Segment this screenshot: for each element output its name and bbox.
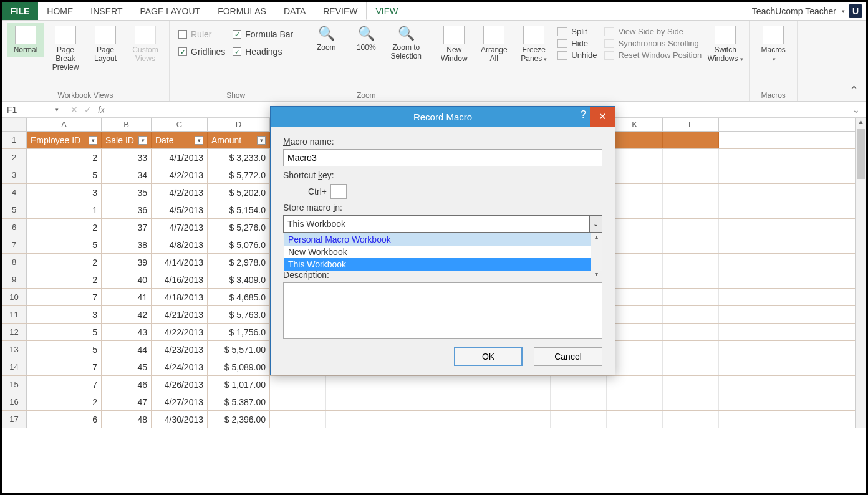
- cell[interactable]: 4/26/2013: [152, 376, 208, 393]
- custom-views-button[interactable]: Custom Views: [127, 23, 164, 65]
- cell[interactable]: $ 5,763.0: [208, 306, 270, 323]
- cell[interactable]: [270, 393, 326, 410]
- cell[interactable]: 4/16/2013: [152, 271, 208, 288]
- cell[interactable]: [438, 393, 494, 410]
- cell[interactable]: 4/18/2013: [152, 289, 208, 305]
- row-header[interactable]: 5: [2, 201, 27, 218]
- normal-view-button[interactable]: Normal: [7, 23, 44, 57]
- cell[interactable]: $ 4,685.0: [208, 289, 270, 305]
- hide-button[interactable]: Hide: [557, 39, 597, 48]
- cell[interactable]: [607, 411, 663, 428]
- description-input[interactable]: [283, 282, 602, 339]
- cell[interactable]: [494, 411, 551, 428]
- row-header[interactable]: 10: [2, 289, 27, 305]
- cell[interactable]: 36: [102, 201, 152, 218]
- cell[interactable]: [663, 393, 719, 410]
- cell[interactable]: 7: [27, 358, 102, 375]
- zoom-button[interactable]: 🔍Zoom: [307, 23, 345, 54]
- zoom-100-button[interactable]: 🔍100%: [347, 23, 385, 54]
- header-sale-id[interactable]: Sale ID▾: [102, 132, 152, 148]
- cell[interactable]: 4/14/2013: [152, 254, 208, 271]
- cell[interactable]: [270, 411, 326, 428]
- cell[interactable]: $ 2,396.00: [208, 411, 270, 428]
- cell[interactable]: 38: [102, 236, 152, 253]
- vertical-scrollbar[interactable]: ▲: [855, 118, 866, 428]
- cell[interactable]: 4/8/2013: [152, 236, 208, 253]
- row-header[interactable]: 4: [2, 184, 27, 201]
- cell[interactable]: 5: [27, 341, 102, 358]
- cell[interactable]: $ 1,017.00: [208, 376, 270, 393]
- cell[interactable]: $ 5,154.0: [208, 201, 270, 218]
- cancel-icon[interactable]: ✕: [70, 105, 78, 115]
- cancel-button[interactable]: Cancel: [534, 347, 602, 366]
- cell[interactable]: 5: [27, 236, 102, 253]
- cell[interactable]: $ 5,772.0: [208, 166, 270, 183]
- cell[interactable]: 7: [27, 376, 102, 393]
- filter-dropdown-icon[interactable]: ▾: [89, 136, 97, 145]
- headings-checkbox[interactable]: ✓Headings: [233, 47, 293, 57]
- column-header-A[interactable]: A: [27, 118, 102, 131]
- ok-button[interactable]: OK: [454, 347, 523, 366]
- select-all-corner[interactable]: [2, 118, 27, 131]
- cell[interactable]: 4/22/2013: [152, 324, 208, 340]
- cell[interactable]: [663, 166, 719, 183]
- cell[interactable]: [551, 393, 607, 410]
- cell[interactable]: [326, 393, 382, 410]
- switch-windows-button[interactable]: Switch Windows▾: [706, 23, 744, 65]
- expand-formula-bar-button[interactable]: ⌄: [846, 105, 866, 115]
- cell[interactable]: $ 5,571.00: [208, 341, 270, 358]
- cell[interactable]: [663, 341, 719, 358]
- cell[interactable]: $ 5,276.0: [208, 219, 270, 236]
- cell[interactable]: [494, 393, 551, 410]
- name-box[interactable]: F1▾: [2, 105, 64, 115]
- cell[interactable]: [270, 376, 326, 393]
- shortcut-key-input[interactable]: [330, 184, 347, 199]
- fx-icon[interactable]: fx: [98, 105, 105, 115]
- cell[interactable]: [663, 254, 719, 271]
- cell[interactable]: 33: [102, 149, 152, 166]
- row-header[interactable]: 1: [2, 132, 27, 148]
- cell[interactable]: 4/1/2013: [152, 149, 208, 166]
- row-header[interactable]: 13: [2, 341, 27, 358]
- cell[interactable]: 40: [102, 271, 152, 288]
- row-header[interactable]: 3: [2, 166, 27, 183]
- formula-bar-checkbox[interactable]: ✓Formula Bar: [233, 29, 293, 39]
- scroll-thumb[interactable]: [857, 129, 865, 179]
- cell[interactable]: 7: [27, 289, 102, 305]
- column-header-D[interactable]: D: [208, 118, 270, 131]
- cell[interactable]: [326, 376, 382, 393]
- option-personal-macro-workbook[interactable]: Personal Macro Workbook: [284, 233, 602, 246]
- cell[interactable]: [663, 219, 719, 236]
- row-header[interactable]: 15: [2, 376, 27, 393]
- cell[interactable]: 4/21/2013: [152, 306, 208, 323]
- cell[interactable]: 2: [27, 254, 102, 271]
- tab-home[interactable]: HOME: [38, 2, 82, 20]
- cell[interactable]: [663, 324, 719, 340]
- row-header[interactable]: 8: [2, 254, 27, 271]
- cell[interactable]: [382, 411, 438, 428]
- new-window-button[interactable]: New Window: [435, 23, 473, 65]
- split-button[interactable]: Split: [557, 27, 597, 36]
- cell[interactable]: [663, 411, 719, 428]
- gridlines-checkbox[interactable]: ✓Gridlines: [178, 47, 225, 57]
- cell[interactable]: $ 1,756.0: [208, 324, 270, 340]
- cell[interactable]: [663, 376, 719, 393]
- header-employee-id[interactable]: Employee ID▾: [27, 132, 102, 148]
- zoom-to-selection-button[interactable]: 🔍Zoom to Selection: [387, 23, 425, 63]
- row-header[interactable]: 9: [2, 271, 27, 288]
- cell[interactable]: [551, 376, 607, 393]
- arrange-all-button[interactable]: Arrange All: [475, 23, 513, 65]
- cell[interactable]: [494, 376, 551, 393]
- cell[interactable]: [663, 271, 719, 288]
- tab-data[interactable]: DATA: [275, 2, 314, 20]
- column-header-B[interactable]: B: [102, 118, 152, 131]
- cell[interactable]: 2: [27, 393, 102, 410]
- cell[interactable]: 37: [102, 219, 152, 236]
- cell[interactable]: [607, 393, 663, 410]
- cell[interactable]: [663, 236, 719, 253]
- row-header[interactable]: 2: [2, 149, 27, 166]
- cell[interactable]: 46: [102, 376, 152, 393]
- cell[interactable]: $ 3,409.0: [208, 271, 270, 288]
- cell[interactable]: 5: [27, 324, 102, 340]
- cell[interactable]: 35: [102, 184, 152, 201]
